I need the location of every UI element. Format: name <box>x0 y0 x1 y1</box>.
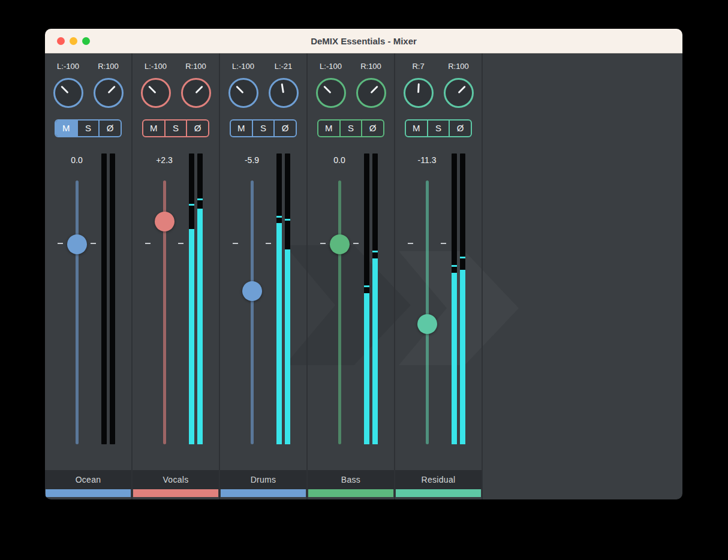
knob-needle <box>107 86 115 94</box>
stereo-level-meter <box>364 153 378 444</box>
phase-button[interactable]: Ø <box>98 121 121 136</box>
pan-left-value: R:7 <box>412 61 424 73</box>
solo-button[interactable]: S <box>164 121 186 136</box>
fader-handle[interactable] <box>242 281 262 301</box>
channel-strips: L:-100 R:100 M S Ø 0.0 <box>45 53 682 499</box>
knob-needle <box>281 83 284 93</box>
meter-right <box>197 153 203 444</box>
fader-value: +2.3 <box>156 155 173 165</box>
meter-left <box>189 153 194 444</box>
zero-db-tick <box>266 243 271 244</box>
pan-right-value: R:100 <box>185 61 206 73</box>
fader-handle[interactable] <box>67 234 87 254</box>
meter-right <box>285 153 290 444</box>
phase-button[interactable]: Ø <box>186 121 208 136</box>
solo-button[interactable]: S <box>339 121 362 136</box>
pan-right-knob[interactable] <box>94 78 124 108</box>
pan-section: L:-100 L:-21 <box>220 61 306 108</box>
meter-fill <box>285 249 290 444</box>
pan-right-knob[interactable] <box>269 78 299 108</box>
channel-name: Ocean <box>45 470 131 489</box>
close-button[interactable] <box>57 37 65 45</box>
stereo-level-meter <box>189 153 203 444</box>
channel-name: Vocals <box>133 470 219 489</box>
fader-handle[interactable] <box>417 314 437 334</box>
knob-needle <box>458 86 465 94</box>
pan-left-knob[interactable] <box>228 78 258 108</box>
pan-left-value: L:-100 <box>320 61 342 73</box>
meter-fill <box>276 223 282 444</box>
phase-button[interactable]: Ø <box>449 121 471 136</box>
channel-strip-vocals: L:-100 R:100 M S Ø +2.3 <box>133 53 220 499</box>
fader-handle[interactable] <box>330 234 350 254</box>
zero-db-tick <box>441 243 446 244</box>
window-title: DeMIX Essentials - Mixer <box>45 36 682 46</box>
meter-fill <box>189 229 194 444</box>
channel-color-bar <box>396 489 481 497</box>
meter-left <box>364 153 369 444</box>
volume-fader[interactable] <box>336 180 343 444</box>
solo-button[interactable]: S <box>77 121 99 136</box>
fader-value: -11.3 <box>418 155 437 165</box>
traffic-lights <box>57 37 90 45</box>
stereo-level-meter <box>101 153 115 444</box>
fader-track <box>251 180 254 444</box>
pan-right-value: R:100 <box>98 61 119 73</box>
pan-right-knob[interactable] <box>181 78 211 108</box>
pan-right-knob[interactable] <box>444 78 474 108</box>
zero-db-tick <box>320 243 326 244</box>
solo-button[interactable]: S <box>252 121 274 136</box>
pan-left-knob[interactable] <box>53 78 83 108</box>
knob-needle <box>370 86 378 94</box>
meter-peak <box>276 216 282 218</box>
channel-name: Drums <box>220 470 306 489</box>
stereo-level-meter <box>276 153 290 444</box>
meter-peak <box>364 285 369 287</box>
meter-fill <box>452 273 457 444</box>
pan-right-value: L:-21 <box>275 61 293 73</box>
phase-button[interactable]: Ø <box>273 121 296 136</box>
mute-button[interactable]: M <box>56 121 77 136</box>
channel-color-bar <box>46 489 131 497</box>
pan-left-knob[interactable] <box>316 78 346 108</box>
pan-left-knob[interactable] <box>404 78 434 108</box>
mute-button[interactable]: M <box>231 121 252 136</box>
fader-track <box>338 180 341 444</box>
volume-fader[interactable] <box>161 180 168 444</box>
zero-db-tick <box>353 243 359 244</box>
minimize-button[interactable] <box>70 37 77 45</box>
channel-button-group: M S Ø <box>230 119 297 137</box>
channel-color-bar <box>308 489 393 497</box>
knob-needle <box>195 86 203 94</box>
mute-button[interactable]: M <box>406 121 427 136</box>
phase-button[interactable]: Ø <box>361 121 383 136</box>
pan-right-knob[interactable] <box>356 78 386 108</box>
mute-button[interactable]: M <box>143 121 164 136</box>
pan-left-value: L:-100 <box>57 61 79 73</box>
meter-left <box>452 153 457 444</box>
zero-db-tick <box>178 243 183 244</box>
zoom-button[interactable] <box>82 37 90 45</box>
stereo-level-meter <box>452 153 465 444</box>
meter-left <box>276 153 282 444</box>
fader-handle[interactable] <box>155 212 175 231</box>
mute-button[interactable]: M <box>318 121 339 136</box>
volume-fader[interactable] <box>73 180 80 444</box>
solo-button[interactable]: S <box>427 121 449 136</box>
knob-needle <box>417 83 420 93</box>
channel-color-bar <box>133 489 218 497</box>
meter-right <box>110 153 115 444</box>
pan-left-value: L:-100 <box>232 61 254 73</box>
channel-button-group: M S Ø <box>142 119 209 137</box>
meter-peak <box>189 204 194 206</box>
pan-left-knob[interactable] <box>141 78 171 108</box>
volume-fader[interactable] <box>248 180 255 444</box>
meter-peak <box>460 257 465 258</box>
meter-fill <box>197 209 203 444</box>
volume-fader[interactable] <box>423 180 431 444</box>
meter-peak <box>285 219 290 221</box>
fader-value: -5.9 <box>245 155 259 165</box>
fader-track <box>426 180 429 444</box>
pan-section: R:7 R:100 <box>395 61 482 108</box>
pan-right-value: R:100 <box>360 61 381 73</box>
